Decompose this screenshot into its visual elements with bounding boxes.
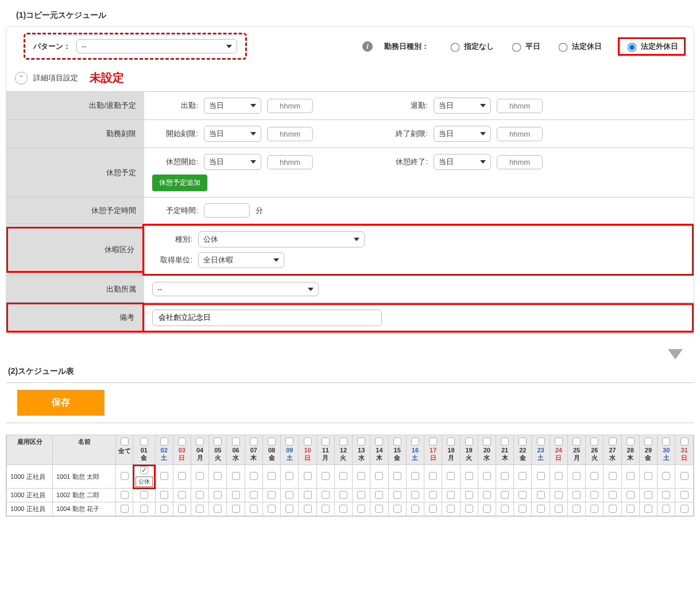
day-check[interactable] [214, 437, 222, 446]
info-icon[interactable]: i [362, 41, 373, 52]
schedule-cell[interactable] [658, 489, 675, 502]
break-time-input[interactable] [204, 203, 250, 218]
schedule-cell[interactable] [675, 465, 694, 489]
schedule-cell[interactable] [442, 502, 460, 516]
day-check[interactable] [590, 437, 598, 446]
schedule-cell[interactable] [460, 502, 478, 516]
limit-start-day-select[interactable]: 当日 [204, 126, 261, 142]
pattern-select[interactable]: -- [76, 39, 237, 53]
schedule-cell[interactable] [262, 465, 280, 489]
schedule-cell[interactable] [316, 502, 334, 516]
schedule-cell[interactable] [604, 489, 621, 502]
schedule-cell[interactable] [550, 489, 567, 502]
schedule-cell[interactable] [639, 489, 657, 502]
limit-start-time[interactable] [267, 127, 313, 141]
schedule-cell[interactable] [209, 465, 227, 489]
dept-select[interactable]: -- [152, 282, 319, 296]
schedule-cell[interactable] [621, 465, 639, 489]
schedule-cell[interactable] [262, 489, 280, 502]
radio-nonlegal-holiday[interactable]: 法定外休日 [618, 37, 686, 56]
schedule-cell[interactable] [532, 502, 550, 516]
schedule-cell[interactable] [173, 502, 191, 516]
attend-out-day-select[interactable]: 当日 [434, 98, 491, 114]
schedule-cell[interactable] [191, 465, 209, 489]
schedule-cell[interactable] [245, 489, 262, 502]
schedule-cell[interactable] [299, 489, 316, 502]
schedule-cell[interactable] [353, 502, 370, 516]
schedule-cell[interactable] [639, 502, 657, 516]
cell-all-check[interactable] [116, 489, 133, 502]
schedule-cell[interactable] [388, 502, 406, 516]
schedule-cell[interactable] [621, 489, 639, 502]
schedule-cell[interactable] [299, 502, 316, 516]
schedule-cell[interactable] [388, 489, 406, 502]
schedule-cell[interactable] [262, 502, 280, 516]
schedule-cell[interactable] [227, 502, 245, 516]
day-check[interactable] [160, 437, 168, 446]
attend-in-day-select[interactable]: 当日 [204, 98, 261, 114]
schedule-cell[interactable]: 公休 [133, 465, 156, 489]
schedule-cell[interactable] [532, 489, 550, 502]
day-check[interactable] [322, 437, 330, 446]
schedule-cell[interactable] [155, 502, 173, 516]
schedule-cell[interactable] [406, 465, 424, 489]
day-check[interactable] [285, 437, 293, 446]
day-check[interactable] [447, 437, 455, 446]
save-button[interactable]: 保存 [17, 390, 105, 416]
schedule-cell[interactable] [567, 465, 585, 489]
break-start-time[interactable] [267, 155, 313, 169]
day-check[interactable] [304, 437, 312, 446]
schedule-cell[interactable] [334, 465, 352, 489]
day-check[interactable] [680, 437, 689, 446]
schedule-cell[interactable] [424, 465, 442, 489]
schedule-cell[interactable] [514, 465, 532, 489]
day-check[interactable] [465, 437, 473, 446]
schedule-cell[interactable] [281, 465, 299, 489]
day-check[interactable] [375, 437, 383, 446]
schedule-cell[interactable] [388, 465, 406, 489]
schedule-cell[interactable] [604, 502, 621, 516]
schedule-cell[interactable] [478, 465, 496, 489]
schedule-cell[interactable] [155, 465, 173, 489]
schedule-cell[interactable] [173, 465, 191, 489]
schedule-cell[interactable] [621, 502, 639, 516]
schedule-cell[interactable] [281, 502, 299, 516]
day-check[interactable] [555, 437, 563, 446]
schedule-cell[interactable] [370, 502, 388, 516]
collapse-toggle[interactable]: ⌃ [15, 72, 28, 84]
schedule-cell[interactable] [567, 502, 585, 516]
schedule-cell[interactable] [658, 502, 675, 516]
schedule-cell[interactable] [442, 465, 460, 489]
schedule-cell[interactable] [191, 502, 209, 516]
radio-weekday[interactable]: 平日 [510, 41, 540, 52]
schedule-cell[interactable] [299, 465, 316, 489]
day-check[interactable] [232, 437, 240, 446]
day-check[interactable] [429, 437, 437, 446]
break-start-day-select[interactable]: 当日 [204, 154, 261, 170]
schedule-cell[interactable] [227, 465, 245, 489]
day-check[interactable] [393, 437, 401, 446]
schedule-cell[interactable] [586, 465, 604, 489]
schedule-cell[interactable] [514, 502, 532, 516]
schedule-cell[interactable] [532, 465, 550, 489]
scroll-down-icon[interactable] [6, 345, 694, 362]
day-check[interactable] [339, 437, 347, 446]
schedule-cell[interactable] [406, 502, 424, 516]
cell-all-check[interactable] [116, 465, 133, 489]
schedule-cell[interactable] [586, 489, 604, 502]
schedule-cell[interactable] [334, 489, 352, 502]
attend-out-time[interactable] [497, 99, 543, 113]
schedule-cell[interactable] [424, 489, 442, 502]
schedule-cell[interactable] [442, 489, 460, 502]
day-check[interactable] [268, 437, 276, 446]
cell-all-check[interactable] [116, 502, 133, 516]
schedule-cell[interactable] [460, 465, 478, 489]
schedule-cell[interactable] [496, 489, 513, 502]
break-end-day-select[interactable]: 当日 [434, 154, 491, 170]
day-check[interactable] [178, 437, 186, 446]
schedule-cell[interactable] [639, 465, 657, 489]
schedule-cell[interactable] [209, 489, 227, 502]
schedule-cell[interactable] [460, 489, 478, 502]
schedule-cell[interactable] [478, 489, 496, 502]
check-all[interactable] [121, 437, 129, 446]
